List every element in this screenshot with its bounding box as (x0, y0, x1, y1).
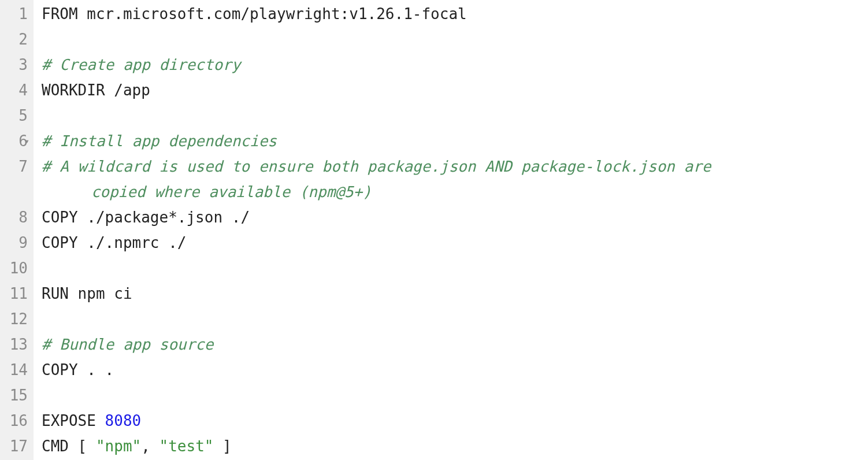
code-line[interactable]: CMD [ "npm", "test" ] (42, 433, 868, 459)
code-line[interactable]: copied where available (npm@5+) (42, 179, 868, 205)
code-token: ./package*.json ./ (78, 209, 250, 226)
line-number (3, 179, 28, 205)
code-token: CMD (42, 437, 69, 455)
code-line[interactable]: # Create app directory (42, 52, 868, 77)
code-token: copied where available (npm@5+) (82, 183, 372, 201)
line-number: 16 (3, 408, 28, 433)
code-area[interactable]: FROM mcr.microsoft.com/playwright:v1.26.… (34, 0, 868, 460)
code-line[interactable] (42, 255, 868, 281)
code-line[interactable]: COPY ./.npmrc ./ (42, 230, 868, 255)
code-line[interactable]: COPY ./package*.json ./ (42, 205, 868, 230)
code-line[interactable] (42, 103, 868, 128)
code-token: [ (69, 437, 96, 455)
line-number: 4 (3, 77, 28, 103)
line-number: 7 (3, 154, 28, 179)
code-line[interactable]: EXPOSE 8080 (42, 408, 868, 433)
code-token: . . (78, 361, 114, 379)
line-number: 17 (3, 433, 28, 459)
code-token: # Bundle app source (42, 336, 213, 353)
code-line[interactable]: # A wildcard is used to ensure both pack… (42, 154, 868, 179)
code-token: COPY (42, 361, 78, 379)
line-number: 1 (3, 1, 28, 27)
code-token: ] (213, 437, 231, 455)
code-token: "test" (159, 437, 214, 455)
code-token: EXPOSE (42, 412, 96, 429)
code-token: /app (105, 81, 150, 99)
code-token: , (141, 437, 159, 455)
line-number: 10 (3, 255, 28, 281)
code-line[interactable]: WORKDIR /app (42, 77, 868, 103)
code-token: # Install app dependencies (42, 132, 277, 150)
code-token: WORKDIR (42, 81, 105, 99)
line-number: 14 (3, 357, 28, 383)
line-number: 11 (3, 281, 28, 306)
code-line[interactable]: FROM mcr.microsoft.com/playwright:v1.26.… (42, 1, 868, 27)
code-token (96, 412, 105, 429)
code-line[interactable] (42, 27, 868, 52)
code-token: 8080 (105, 412, 142, 429)
code-token: ./.npmrc ./ (78, 234, 187, 251)
line-number: 2 (3, 27, 28, 52)
line-number: 12 (3, 306, 28, 332)
code-editor[interactable]: 123456▾7891011121314151617 FROM mcr.micr… (0, 0, 868, 460)
code-token: # Create app directory (42, 56, 240, 73)
code-line[interactable]: RUN npm ci (42, 281, 868, 306)
code-token: RUN (42, 285, 69, 302)
line-number-gutter: 123456▾7891011121314151617 (0, 0, 34, 460)
line-number: 15 (3, 383, 28, 408)
code-line[interactable]: # Install app dependencies (42, 128, 868, 154)
code-token: npm ci (69, 285, 132, 302)
code-token: "npm" (96, 437, 141, 455)
fold-marker-icon[interactable]: ▾ (25, 137, 29, 145)
code-token: mcr.microsoft.com/playwright:v1.26.1-foc… (78, 5, 467, 23)
code-token: # A wildcard is used to ensure both pack… (42, 158, 711, 175)
line-number: 9 (3, 230, 28, 255)
line-number: 13 (3, 332, 28, 357)
code-line[interactable] (42, 383, 868, 408)
code-line[interactable] (42, 306, 868, 332)
line-number: 3 (3, 52, 28, 77)
code-token: COPY (42, 209, 78, 226)
code-token: FROM (42, 5, 78, 23)
line-number: 5 (3, 103, 28, 128)
line-number: 8 (3, 205, 28, 230)
code-line[interactable]: # Bundle app source (42, 332, 868, 357)
line-number: 6▾ (3, 128, 28, 154)
code-line[interactable]: COPY . . (42, 357, 868, 383)
code-token: COPY (42, 234, 78, 251)
